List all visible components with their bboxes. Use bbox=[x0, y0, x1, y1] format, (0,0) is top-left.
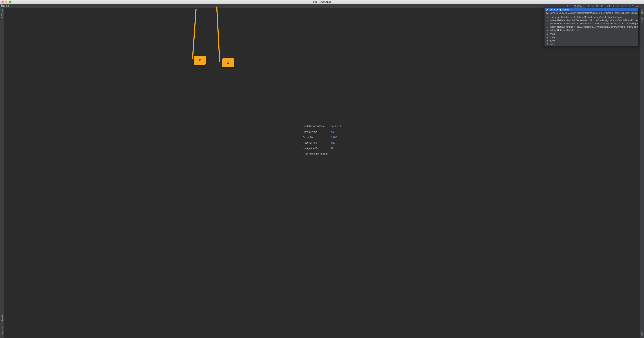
hint-label: Drop files here to open bbox=[303, 151, 328, 157]
test-config-item[interactable]: ⬥ LookupJoinMatcherTest.testMatchMultiVa… bbox=[545, 16, 638, 19]
close-window-button[interactable] bbox=[2, 1, 4, 3]
favorites-tab-label: Favorites bbox=[1, 327, 3, 335]
test-fail-icon: ⬥ bbox=[546, 22, 549, 25]
structure-tool-window-button[interactable]: 7: Structure bbox=[0, 312, 4, 325]
vcs-label: Git: bbox=[607, 5, 610, 7]
test-config-label: IndexedTableJoinMatcherTest bbox=[550, 29, 580, 31]
window-titlebar: druid [~/imply/druid] bbox=[0, 0, 644, 4]
remote-config-label: 5005 bbox=[550, 33, 555, 36]
remote-config-label: 5011 bbox=[550, 43, 555, 45]
remote-config-item[interactable]: 5006 bbox=[545, 36, 638, 39]
editor-area[interactable]: Search Everywhere Double ⇧ Project View … bbox=[4, 8, 640, 338]
remote-debug-icon bbox=[546, 36, 549, 39]
remote-config-label: 5009 bbox=[550, 40, 555, 42]
hint-label: Search Everywhere bbox=[303, 123, 328, 129]
remote-config-item[interactable]: 5009 bbox=[545, 39, 638, 42]
hint-label: Go to File bbox=[303, 134, 328, 140]
edit-config-label: Edit Configurations... bbox=[550, 9, 571, 11]
workspace: 1: Project 7: Structure Favorites Search… bbox=[0, 8, 644, 338]
test-run-icon: ⬥ bbox=[546, 29, 549, 31]
git-revert-icon[interactable] bbox=[625, 5, 628, 8]
project-tab-label: 1: Project bbox=[1, 9, 3, 18]
git-history-icon[interactable] bbox=[620, 5, 623, 8]
test-fail-icon: ⬥ bbox=[546, 19, 549, 22]
separator bbox=[571, 5, 571, 8]
project-folder-icon bbox=[1, 5, 4, 7]
maven-tool-window-button[interactable]: Maven bbox=[641, 15, 644, 24]
hint-label: Navigation Bar bbox=[303, 146, 328, 151]
toolbar: 5005 ▼ Git: bbox=[566, 4, 643, 8]
svg-rect-14 bbox=[547, 40, 548, 41]
project-tool-window-button[interactable]: 1: Project bbox=[0, 8, 4, 19]
svg-rect-16 bbox=[547, 43, 548, 44]
hint-shortcut: ⇧⌘O bbox=[330, 134, 337, 140]
right-tool-window-bar: Build Maven Ant bbox=[640, 8, 644, 338]
hint-row: Go to File ⇧⌘O bbox=[303, 134, 341, 140]
annotation-callout-1: 1 bbox=[222, 58, 234, 67]
hint-shortcut: ⌘E bbox=[330, 140, 334, 146]
svg-point-2 bbox=[592, 6, 594, 7]
remote-config-item[interactable]: 5011 bbox=[545, 42, 638, 46]
svg-point-9 bbox=[641, 5, 642, 6]
test-config-label: IndexedTableJoinMatcherTest.testMatchMu.… bbox=[550, 19, 638, 22]
edit-configurations-item[interactable]: Edit Configurations... bbox=[545, 8, 638, 11]
remote-debug-icon bbox=[546, 33, 549, 36]
hint-label: Recent Files bbox=[303, 140, 328, 146]
remote-debug-icon bbox=[546, 43, 549, 45]
remote-config-item[interactable]: 5005 bbox=[545, 33, 638, 36]
build-hammer-icon[interactable] bbox=[566, 5, 569, 8]
hint-row: Recent Files ⌘E bbox=[303, 140, 341, 146]
remote-config-label: 5006 bbox=[550, 36, 555, 39]
git-update-icon[interactable] bbox=[612, 5, 615, 8]
stop-button[interactable] bbox=[600, 5, 603, 8]
favorites-tool-window-button[interactable]: Favorites bbox=[0, 326, 4, 337]
svg-rect-8 bbox=[636, 6, 638, 7]
save-configuration-item[interactable]: Save 'LookupJoinMatcherTest.testMatchMul… bbox=[545, 11, 638, 15]
svg-rect-17 bbox=[547, 45, 548, 45]
run-configurations-popup: Edit Configurations... Save 'LookupJoinM… bbox=[544, 8, 638, 46]
navigation-bar: druid 5005 ▼ Git: bbox=[0, 4, 644, 8]
test-config-item[interactable]: ⬥ IndexedTableJoinMatcherTest bbox=[545, 29, 638, 32]
test-config-item[interactable]: ⬥ IndexedTableJoinMatcherTest.testMatchM… bbox=[545, 19, 638, 22]
pencil-icon bbox=[546, 9, 549, 11]
remote-debug-icon bbox=[574, 5, 576, 7]
hint-row: Project View ⌘1 bbox=[303, 129, 341, 134]
svg-rect-11 bbox=[547, 35, 548, 35]
test-config-item[interactable]: ⬥ IndexedTableJoinMatcherTest$ConditionM… bbox=[545, 25, 638, 29]
test-config-label: IndexedTableJoinMatcherTest$ConditionMa.… bbox=[550, 26, 638, 28]
ide-scripting-icon[interactable] bbox=[632, 5, 634, 8]
separator bbox=[545, 32, 638, 32]
minimize-window-button[interactable] bbox=[5, 1, 7, 3]
ant-tool-window-button[interactable]: Ant bbox=[641, 331, 644, 337]
hint-shortcut: ⌘1 bbox=[330, 129, 334, 134]
remote-debug-icon bbox=[546, 40, 549, 42]
run-button[interactable] bbox=[587, 5, 590, 8]
test-fail-icon: ⬥ bbox=[546, 16, 549, 19]
build-tab-label: Build bbox=[641, 9, 643, 14]
tool-window-icon[interactable] bbox=[636, 5, 638, 8]
zoom-window-button[interactable] bbox=[9, 1, 11, 3]
test-config-item[interactable]: ⬥ IndexedTableJoinMatcherTest$EnclosedCl… bbox=[545, 22, 638, 25]
save-icon bbox=[546, 12, 549, 14]
build-tool-window-button[interactable]: Build bbox=[641, 8, 644, 15]
hint-row: Drop files here to open bbox=[303, 151, 341, 157]
hint-row: Search Everywhere Double ⇧ bbox=[303, 123, 341, 129]
test-fail-icon: ⬥ bbox=[546, 26, 549, 28]
debug-button[interactable] bbox=[592, 5, 594, 8]
hint-shortcut: ⌘↑ bbox=[330, 146, 334, 151]
maven-tab-label: Maven bbox=[641, 17, 643, 23]
save-config-label: Save 'LookupJoinMatcherTest.testMatchMul… bbox=[550, 12, 638, 14]
coverage-button[interactable] bbox=[596, 5, 599, 8]
left-tool-window-bar: 1: Project 7: Structure Favorites bbox=[0, 8, 4, 338]
git-commit-icon[interactable] bbox=[616, 5, 619, 8]
project-name[interactable]: druid bbox=[4, 5, 9, 7]
run-configuration-selector[interactable]: 5005 ▼ bbox=[573, 4, 586, 8]
svg-rect-0 bbox=[574, 5, 576, 6]
hint-row: Navigation Bar ⌘↑ bbox=[303, 146, 341, 151]
svg-rect-5 bbox=[632, 5, 634, 7]
test-config-label: LookupJoinMatcherTest.testMatchMultiValu… bbox=[550, 16, 623, 19]
traffic-lights bbox=[2, 1, 11, 3]
hint-label: Project View bbox=[303, 129, 328, 134]
search-icon[interactable] bbox=[640, 5, 643, 8]
svg-rect-1 bbox=[575, 7, 576, 7]
